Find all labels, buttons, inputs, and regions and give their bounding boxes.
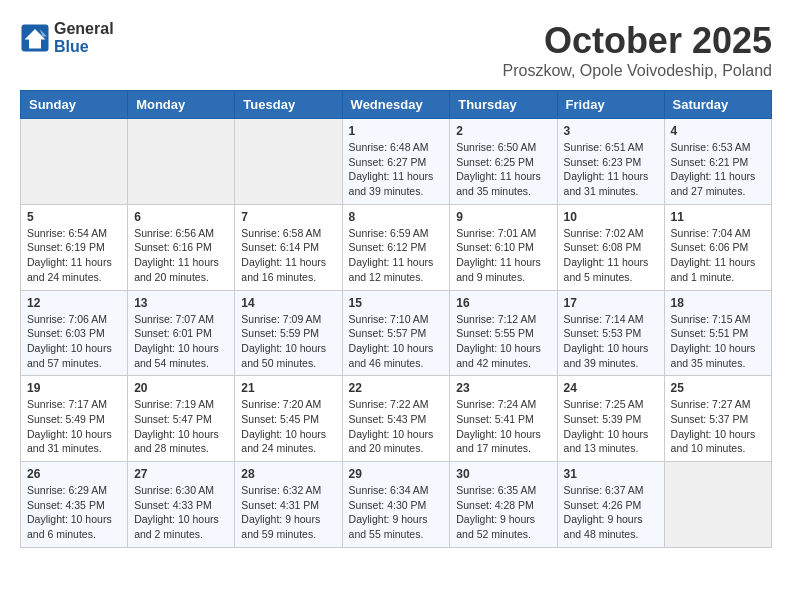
day-info: Sunrise: 7:14 AM Sunset: 5:53 PM Dayligh… <box>564 312 658 371</box>
day-info: Sunrise: 7:15 AM Sunset: 5:51 PM Dayligh… <box>671 312 765 371</box>
day-number: 21 <box>241 381 335 395</box>
calendar-cell: 17Sunrise: 7:14 AM Sunset: 5:53 PM Dayli… <box>557 290 664 376</box>
logo-text: General Blue <box>54 20 114 55</box>
day-info: Sunrise: 6:50 AM Sunset: 6:25 PM Dayligh… <box>456 140 550 199</box>
day-number: 29 <box>349 467 444 481</box>
day-number: 15 <box>349 296 444 310</box>
calendar-cell: 20Sunrise: 7:19 AM Sunset: 5:47 PM Dayli… <box>128 376 235 462</box>
day-info: Sunrise: 7:02 AM Sunset: 6:08 PM Dayligh… <box>564 226 658 285</box>
day-number: 26 <box>27 467 121 481</box>
calendar-week-row: 5Sunrise: 6:54 AM Sunset: 6:19 PM Daylig… <box>21 204 772 290</box>
logo: General Blue <box>20 20 114 55</box>
day-number: 12 <box>27 296 121 310</box>
day-info: Sunrise: 6:54 AM Sunset: 6:19 PM Dayligh… <box>27 226 121 285</box>
calendar-cell: 30Sunrise: 6:35 AM Sunset: 4:28 PM Dayli… <box>450 462 557 548</box>
day-info: Sunrise: 7:07 AM Sunset: 6:01 PM Dayligh… <box>134 312 228 371</box>
day-number: 28 <box>241 467 335 481</box>
day-number: 25 <box>671 381 765 395</box>
calendar-cell: 9Sunrise: 7:01 AM Sunset: 6:10 PM Daylig… <box>450 204 557 290</box>
calendar-cell: 10Sunrise: 7:02 AM Sunset: 6:08 PM Dayli… <box>557 204 664 290</box>
calendar-cell: 16Sunrise: 7:12 AM Sunset: 5:55 PM Dayli… <box>450 290 557 376</box>
calendar-cell: 2Sunrise: 6:50 AM Sunset: 6:25 PM Daylig… <box>450 119 557 205</box>
day-info: Sunrise: 7:17 AM Sunset: 5:49 PM Dayligh… <box>27 397 121 456</box>
day-number: 18 <box>671 296 765 310</box>
day-info: Sunrise: 7:20 AM Sunset: 5:45 PM Dayligh… <box>241 397 335 456</box>
calendar-cell: 12Sunrise: 7:06 AM Sunset: 6:03 PM Dayli… <box>21 290 128 376</box>
day-number: 5 <box>27 210 121 224</box>
day-info: Sunrise: 7:09 AM Sunset: 5:59 PM Dayligh… <box>241 312 335 371</box>
calendar-cell: 5Sunrise: 6:54 AM Sunset: 6:19 PM Daylig… <box>21 204 128 290</box>
calendar-week-row: 12Sunrise: 7:06 AM Sunset: 6:03 PM Dayli… <box>21 290 772 376</box>
day-number: 24 <box>564 381 658 395</box>
location-title: Proszkow, Opole Voivodeship, Poland <box>503 62 773 80</box>
logo-icon <box>20 23 50 53</box>
day-info: Sunrise: 6:59 AM Sunset: 6:12 PM Dayligh… <box>349 226 444 285</box>
calendar-cell <box>128 119 235 205</box>
calendar-cell: 24Sunrise: 7:25 AM Sunset: 5:39 PM Dayli… <box>557 376 664 462</box>
calendar-week-row: 26Sunrise: 6:29 AM Sunset: 4:35 PM Dayli… <box>21 462 772 548</box>
calendar-cell: 15Sunrise: 7:10 AM Sunset: 5:57 PM Dayli… <box>342 290 450 376</box>
calendar-cell: 4Sunrise: 6:53 AM Sunset: 6:21 PM Daylig… <box>664 119 771 205</box>
calendar-week-row: 1Sunrise: 6:48 AM Sunset: 6:27 PM Daylig… <box>21 119 772 205</box>
day-number: 1 <box>349 124 444 138</box>
day-number: 6 <box>134 210 228 224</box>
day-number: 19 <box>27 381 121 395</box>
day-number: 17 <box>564 296 658 310</box>
day-number: 16 <box>456 296 550 310</box>
day-info: Sunrise: 7:06 AM Sunset: 6:03 PM Dayligh… <box>27 312 121 371</box>
day-number: 4 <box>671 124 765 138</box>
month-title: October 2025 <box>503 20 773 62</box>
day-info: Sunrise: 7:10 AM Sunset: 5:57 PM Dayligh… <box>349 312 444 371</box>
day-info: Sunrise: 7:12 AM Sunset: 5:55 PM Dayligh… <box>456 312 550 371</box>
calendar-cell: 25Sunrise: 7:27 AM Sunset: 5:37 PM Dayli… <box>664 376 771 462</box>
logo-blue-text: Blue <box>54 38 114 56</box>
day-number: 13 <box>134 296 228 310</box>
title-block: October 2025 Proszkow, Opole Voivodeship… <box>503 20 773 80</box>
calendar-header-row: SundayMondayTuesdayWednesdayThursdayFrid… <box>21 91 772 119</box>
day-info: Sunrise: 6:53 AM Sunset: 6:21 PM Dayligh… <box>671 140 765 199</box>
calendar-cell: 29Sunrise: 6:34 AM Sunset: 4:30 PM Dayli… <box>342 462 450 548</box>
day-info: Sunrise: 7:19 AM Sunset: 5:47 PM Dayligh… <box>134 397 228 456</box>
day-number: 3 <box>564 124 658 138</box>
calendar-cell: 22Sunrise: 7:22 AM Sunset: 5:43 PM Dayli… <box>342 376 450 462</box>
weekday-header: Friday <box>557 91 664 119</box>
calendar-cell <box>235 119 342 205</box>
day-info: Sunrise: 6:37 AM Sunset: 4:26 PM Dayligh… <box>564 483 658 542</box>
calendar-cell: 18Sunrise: 7:15 AM Sunset: 5:51 PM Dayli… <box>664 290 771 376</box>
calendar-cell <box>664 462 771 548</box>
day-number: 20 <box>134 381 228 395</box>
weekday-header: Wednesday <box>342 91 450 119</box>
day-info: Sunrise: 7:24 AM Sunset: 5:41 PM Dayligh… <box>456 397 550 456</box>
day-info: Sunrise: 6:48 AM Sunset: 6:27 PM Dayligh… <box>349 140 444 199</box>
day-info: Sunrise: 6:56 AM Sunset: 6:16 PM Dayligh… <box>134 226 228 285</box>
day-number: 8 <box>349 210 444 224</box>
calendar-cell: 11Sunrise: 7:04 AM Sunset: 6:06 PM Dayli… <box>664 204 771 290</box>
day-info: Sunrise: 7:25 AM Sunset: 5:39 PM Dayligh… <box>564 397 658 456</box>
day-number: 30 <box>456 467 550 481</box>
day-info: Sunrise: 6:34 AM Sunset: 4:30 PM Dayligh… <box>349 483 444 542</box>
day-number: 11 <box>671 210 765 224</box>
day-info: Sunrise: 6:35 AM Sunset: 4:28 PM Dayligh… <box>456 483 550 542</box>
calendar-cell: 14Sunrise: 7:09 AM Sunset: 5:59 PM Dayli… <box>235 290 342 376</box>
day-info: Sunrise: 6:32 AM Sunset: 4:31 PM Dayligh… <box>241 483 335 542</box>
weekday-header: Sunday <box>21 91 128 119</box>
calendar-cell: 1Sunrise: 6:48 AM Sunset: 6:27 PM Daylig… <box>342 119 450 205</box>
calendar-cell: 21Sunrise: 7:20 AM Sunset: 5:45 PM Dayli… <box>235 376 342 462</box>
day-info: Sunrise: 6:30 AM Sunset: 4:33 PM Dayligh… <box>134 483 228 542</box>
calendar-table: SundayMondayTuesdayWednesdayThursdayFrid… <box>20 90 772 548</box>
calendar-cell: 19Sunrise: 7:17 AM Sunset: 5:49 PM Dayli… <box>21 376 128 462</box>
calendar-cell <box>21 119 128 205</box>
weekday-header: Thursday <box>450 91 557 119</box>
calendar-cell: 8Sunrise: 6:59 AM Sunset: 6:12 PM Daylig… <box>342 204 450 290</box>
calendar-cell: 13Sunrise: 7:07 AM Sunset: 6:01 PM Dayli… <box>128 290 235 376</box>
day-info: Sunrise: 7:22 AM Sunset: 5:43 PM Dayligh… <box>349 397 444 456</box>
calendar-cell: 23Sunrise: 7:24 AM Sunset: 5:41 PM Dayli… <box>450 376 557 462</box>
calendar-cell: 7Sunrise: 6:58 AM Sunset: 6:14 PM Daylig… <box>235 204 342 290</box>
day-info: Sunrise: 6:29 AM Sunset: 4:35 PM Dayligh… <box>27 483 121 542</box>
day-number: 2 <box>456 124 550 138</box>
calendar-cell: 6Sunrise: 6:56 AM Sunset: 6:16 PM Daylig… <box>128 204 235 290</box>
calendar-cell: 26Sunrise: 6:29 AM Sunset: 4:35 PM Dayli… <box>21 462 128 548</box>
weekday-header: Tuesday <box>235 91 342 119</box>
day-number: 10 <box>564 210 658 224</box>
calendar-cell: 28Sunrise: 6:32 AM Sunset: 4:31 PM Dayli… <box>235 462 342 548</box>
